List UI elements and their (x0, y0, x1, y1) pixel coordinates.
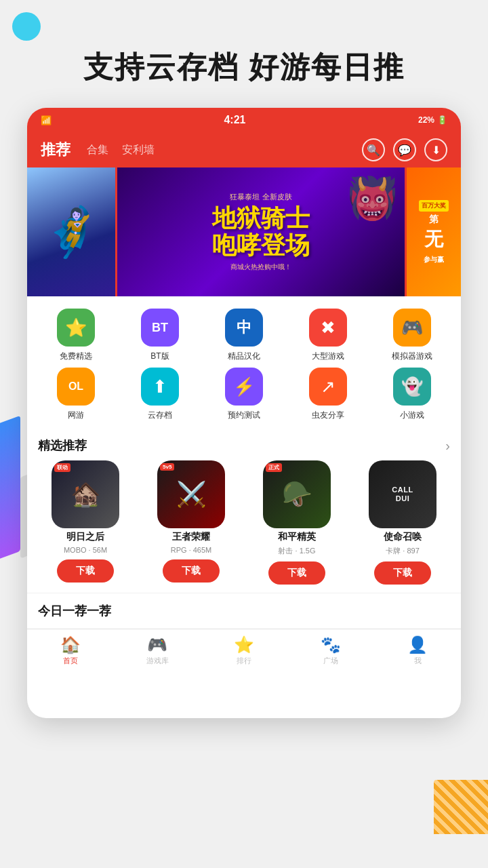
library-icon: 🎮 (147, 635, 167, 654)
game-meta-4: 卡牌 · 897 (386, 546, 420, 556)
tab-ranking-label: 排行 (237, 656, 251, 666)
tab-library-label: 游戏库 (146, 656, 169, 666)
download-icon: ⬇ (432, 144, 441, 157)
large-game-label: 大型游戏 (312, 351, 344, 362)
tab-square-label: 广场 (323, 656, 338, 666)
category-mini-game[interactable]: 👻 小游戏 (370, 368, 454, 421)
chinese-icon: 中 (225, 309, 263, 347)
game-meta-1: MOBO · 56M (64, 546, 107, 554)
banner-left-image: 🦸‍♀️ (27, 167, 115, 296)
beta-label: 预约测试 (228, 410, 260, 421)
category-bt[interactable]: BT BT版 (118, 309, 202, 362)
game-icon-2[interactable]: 5v5 ⚔️ (157, 460, 225, 528)
battery-text: 22% (418, 115, 434, 125)
download-btn-3[interactable]: 下载 (268, 561, 325, 585)
category-section: ⭐ 免费精选 BT BT版 中 精品汉化 ✖ 大型游戏 🎮 模拟器游戏 OL (27, 296, 461, 428)
wifi-icon: 📶 (41, 115, 52, 125)
banner-right-number: 无 (424, 226, 443, 252)
game-item-2: 5v5 ⚔️ 王者荣耀 RPG · 465M 下载 (141, 460, 241, 585)
status-bar: 📶 4:21 22% 🔋 (27, 108, 461, 132)
ranking-icon: ⭐ (234, 635, 254, 654)
download-btn-1[interactable]: 下载 (57, 559, 114, 583)
status-left: 📶 (41, 115, 52, 125)
search-button[interactable]: 🔍 (362, 138, 385, 161)
tab-home[interactable]: 🏠 首页 (27, 635, 114, 666)
banner-sub-text: 狂暴泰坦 全新皮肤 (212, 192, 310, 202)
game-icon-1[interactable]: 联动 🏚️ (52, 460, 119, 528)
phone-mockup: 📶 4:21 22% 🔋 推荐 合集 安利墙 🔍 💬 ⬇ 🦸‍♀️ (27, 108, 461, 718)
banner-right-sub: 参与赢 (424, 255, 444, 264)
bt-label: BT版 (150, 351, 169, 362)
online-label: 网游 (68, 410, 84, 421)
status-right: 22% 🔋 (418, 115, 447, 125)
game-item-3: 正式 🪖 和平精英 射击 · 1.5G 下载 (247, 460, 347, 585)
bt-icon: BT (141, 309, 179, 347)
message-button[interactable]: 💬 (393, 138, 416, 161)
battery-icon: 🔋 (437, 115, 447, 125)
chinese-label: 精品汉化 (228, 351, 260, 362)
hero-text: 支持云存档 好游每日推 (0, 0, 488, 108)
cloud-label: 云存档 (148, 410, 172, 421)
category-emulator[interactable]: 🎮 模拟器游戏 (370, 309, 454, 362)
game-image-2: ⚔️ (157, 460, 225, 528)
game-icon-3[interactable]: 正式 🪖 (263, 460, 331, 528)
square-icon: 🐾 (321, 635, 341, 654)
download-btn-2[interactable]: 下载 (163, 559, 220, 583)
game-item-4: CALLDUI 使命召唤 卡牌 · 897 下载 (352, 460, 453, 585)
share-icon: ↗ (309, 368, 347, 406)
blue-stripe-decoration (0, 416, 20, 561)
category-grid: ⭐ 免费精选 BT BT版 中 精品汉化 ✖ 大型游戏 🎮 模拟器游戏 OL (34, 309, 454, 421)
download-btn-4[interactable]: 下载 (374, 561, 431, 585)
game-item-1: 联动 🏚️ 明日之后 MOBO · 56M 下载 (35, 460, 136, 585)
category-free[interactable]: ⭐ 免费精选 (34, 309, 118, 362)
category-share[interactable]: ↗ 虫友分享 (286, 368, 370, 421)
status-time: 4:21 (224, 114, 245, 126)
game-name-2: 王者荣耀 (172, 531, 210, 543)
banner-right-badge: 百万大奖 (419, 200, 449, 212)
beta-icon: ⚡ (225, 368, 263, 406)
me-icon: 👤 (407, 635, 428, 654)
nav-icons: 🔍 💬 ⬇ (362, 138, 447, 161)
nav-tab-collection[interactable]: 合集 (87, 143, 108, 157)
category-chinese[interactable]: 中 精品汉化 (202, 309, 286, 362)
banner-main[interactable]: 狂暴泰坦 全新皮肤 地狱骑士咆哮登场 商城火热抢购中哦！ 👹 (117, 167, 405, 296)
featured-title: 精选推荐 (38, 437, 87, 454)
game-meta-2: RPG · 465M (171, 546, 212, 554)
cloud-icon: ⬆ (141, 368, 179, 406)
mini-game-label: 小游戏 (400, 410, 424, 421)
mini-game-icon: 👻 (393, 368, 431, 406)
category-large-game[interactable]: ✖ 大型游戏 (286, 309, 370, 362)
game-name-4: 使命召唤 (384, 531, 422, 543)
category-online[interactable]: OL 网游 (34, 368, 118, 421)
yellow-corner-decoration (434, 780, 488, 834)
free-icon: ⭐ (57, 309, 95, 347)
message-icon: 💬 (398, 144, 411, 157)
game-icon-4[interactable]: CALLDUI (369, 460, 436, 528)
game-list: 联动 🏚️ 明日之后 MOBO · 56M 下载 5v5 ⚔️ 王者荣耀 RPG… (27, 460, 461, 593)
banner-main-sub2: 商城火热抢购中哦！ (212, 262, 310, 272)
emulator-label: 模拟器游戏 (392, 351, 432, 362)
tab-library[interactable]: 🎮 游戏库 (114, 635, 201, 666)
tab-square[interactable]: 🐾 广场 (287, 635, 374, 666)
game-name-3: 和平精英 (278, 531, 316, 543)
banner-right[interactable]: 百万大奖 第 无 参与赢 (407, 167, 461, 296)
search-icon: 🔍 (367, 144, 380, 157)
tab-ranking[interactable]: ⭐ 排行 (201, 635, 287, 666)
download-button[interactable]: ⬇ (424, 138, 447, 161)
game-badge-2: 5v5 (160, 463, 174, 471)
featured-arrow[interactable]: › (445, 438, 450, 454)
nav-tab-recommend[interactable]: 安利墙 (122, 143, 155, 157)
game-image-4: CALLDUI (369, 460, 436, 528)
free-label: 免费精选 (60, 351, 92, 362)
category-beta[interactable]: ⚡ 预约测试 (202, 368, 286, 421)
game-name-1: 明日之后 (66, 531, 104, 543)
banner-main-title: 地狱骑士咆哮登场 (212, 205, 310, 258)
nav-bar: 推荐 合集 安利墙 🔍 💬 ⬇ (27, 132, 461, 167)
category-cloud[interactable]: ⬆ 云存档 (118, 368, 202, 421)
nav-title[interactable]: 推荐 (41, 140, 70, 160)
emulator-icon: 🎮 (393, 309, 431, 347)
banner-left[interactable]: 🦸‍♀️ (27, 167, 115, 296)
tab-me-label: 我 (414, 656, 422, 666)
tab-bar: 🏠 首页 🎮 游戏库 ⭐ 排行 🐾 广场 👤 我 (27, 629, 461, 672)
tab-me[interactable]: 👤 我 (374, 635, 461, 666)
